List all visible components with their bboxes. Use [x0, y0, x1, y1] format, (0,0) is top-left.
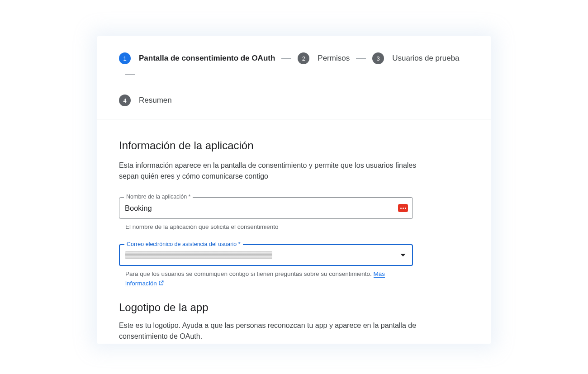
app-name-label: Nombre de la aplicación *: [124, 194, 193, 200]
stepper: 1 Pantalla de consentimiento de OAuth 2 …: [97, 36, 491, 119]
step-label: Pantalla de consentimiento de OAuth: [139, 54, 275, 63]
step-separator: [356, 58, 366, 59]
step-test-users[interactable]: 3 Usuarios de prueba: [372, 52, 459, 64]
support-email-value-redacted: [125, 251, 272, 259]
step-number-4: 4: [119, 95, 131, 106]
step-number-3: 3: [372, 52, 384, 64]
password-manager-icon[interactable]: [398, 204, 408, 212]
step-label: Resumen: [139, 96, 172, 105]
app-name-input[interactable]: [125, 204, 407, 213]
app-name-help: El nombre de la aplicación que solicita …: [119, 223, 399, 232]
step-summary[interactable]: 4 Resumen: [119, 95, 172, 106]
step-scopes[interactable]: 2 Permisos: [298, 52, 350, 64]
app-name-field: Nombre de la aplicación *: [119, 197, 413, 219]
content-area: Información de la aplicación Esta inform…: [97, 119, 491, 342]
support-email-label: Correo electrónico de asistencia del usu…: [124, 241, 243, 247]
oauth-consent-card: 1 Pantalla de consentimiento de OAuth 2 …: [97, 36, 491, 344]
support-email-field: Correo electrónico de asistencia del usu…: [119, 244, 413, 266]
step-oauth-consent[interactable]: 1 Pantalla de consentimiento de OAuth: [119, 52, 275, 64]
support-email-outline[interactable]: Correo electrónico de asistencia del usu…: [119, 244, 413, 266]
step-label: Usuarios de prueba: [392, 54, 459, 63]
step-number-1: 1: [119, 52, 131, 64]
support-email-help: Para que los usuarios se comuniquen cont…: [119, 270, 399, 289]
app-info-title: Información de la aplicación: [119, 139, 469, 152]
step-separator: [281, 58, 291, 59]
step-separator: [125, 74, 135, 75]
app-name-outline[interactable]: Nombre de la aplicación *: [119, 197, 413, 219]
external-link-icon: [158, 279, 164, 289]
support-email-help-text: Para que los usuarios se comuniquen cont…: [125, 270, 374, 277]
logo-title: Logotipo de la app: [119, 301, 469, 314]
step-label: Permisos: [318, 54, 350, 63]
app-info-desc: Esta información aparece en la pantalla …: [119, 160, 417, 182]
step-number-2: 2: [298, 52, 309, 64]
chevron-down-icon[interactable]: [400, 254, 406, 256]
logo-desc: Este es tu logotipo. Ayuda a que las per…: [119, 320, 417, 342]
